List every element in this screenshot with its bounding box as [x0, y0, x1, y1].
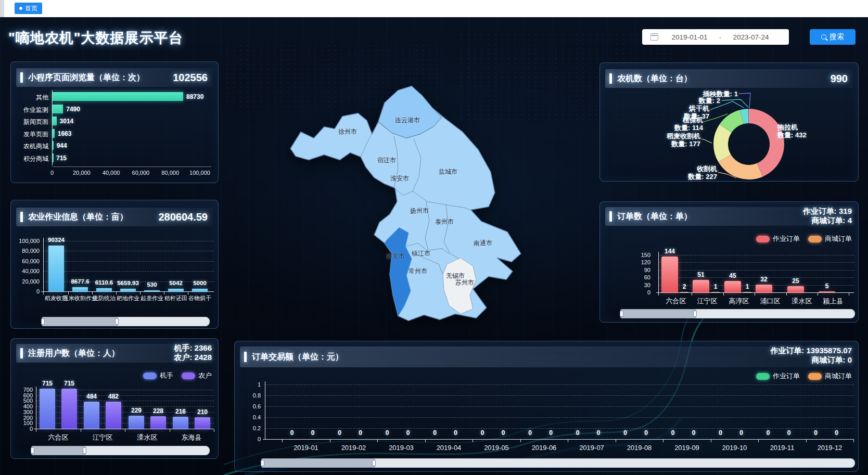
bar[interactable]: [195, 417, 210, 429]
bar[interactable]: [787, 286, 804, 292]
donut-segment-收割机[interactable]: [718, 155, 762, 179]
page-views-chart[interactable]: 其他88730作业监测7490新闻页面3014发单页面1663农机商城944积分…: [11, 62, 218, 183]
map-city-label[interactable]: 徐州市: [338, 127, 357, 136]
date-range-picker[interactable]: 2019-01-01 - 2023-07-24: [642, 29, 789, 45]
bar[interactable]: [84, 402, 99, 429]
legend-item[interactable]: 机手: [143, 371, 173, 380]
datazoom-handle-right[interactable]: [83, 447, 86, 454]
x-axis-label: 2019-08: [627, 444, 652, 452]
panel-transactions: 订单交易额（单位：元） 作业订单: 13935875.07 商城订单: 0 作业…: [234, 341, 859, 472]
map-city-label[interactable]: 连云港市: [395, 116, 420, 125]
value-label: 715: [42, 380, 53, 387]
value-label: 0: [739, 429, 743, 437]
axis-tick: [425, 440, 426, 442]
bar[interactable]: [150, 416, 166, 429]
legend-item[interactable]: 商城订单: [808, 234, 852, 243]
bar[interactable]: [173, 417, 188, 429]
farm-work-chart[interactable]: 100,00080,00060,00040,00020,000090324稻麦收…: [11, 200, 218, 328]
donut-svg[interactable]: [600, 63, 858, 181]
x-axis-label: 2019-07: [579, 444, 604, 452]
datazoom-slider[interactable]: [261, 458, 855, 468]
axis-tick: [692, 293, 692, 296]
bar[interactable]: [144, 290, 160, 291]
datazoom-handle-left[interactable]: [41, 318, 45, 325]
axis-tick: [125, 429, 125, 432]
bar[interactable]: [693, 280, 709, 292]
map-city-label[interactable]: 盐城市: [439, 168, 457, 176]
bar[interactable]: [52, 105, 63, 113]
axis-tick-label: 0: [235, 436, 261, 442]
axis-tick-label: 60,000: [11, 258, 40, 264]
bar[interactable]: [711, 292, 720, 293]
datazoom-slider[interactable]: [31, 446, 210, 455]
datazoom-handle-right[interactable]: [115, 318, 119, 325]
bar[interactable]: [192, 289, 208, 291]
map-city-label[interactable]: 扬州市: [410, 207, 429, 215]
bar[interactable]: [129, 416, 144, 429]
datazoom-handle-left[interactable]: [620, 311, 623, 317]
map-city-label[interactable]: 南京市: [386, 252, 405, 261]
value-label: 0: [671, 429, 675, 437]
bar[interactable]: [756, 285, 772, 292]
datazoom-handle-right[interactable]: [693, 311, 697, 317]
map-city-label[interactable]: 镇江市: [412, 249, 430, 258]
bar[interactable]: [743, 292, 751, 293]
datazoom-slider[interactable]: [41, 317, 210, 326]
bar[interactable]: [96, 288, 112, 291]
bar[interactable]: [40, 389, 55, 429]
map-city-label[interactable]: 南通市: [474, 239, 492, 248]
bar[interactable]: [48, 246, 64, 291]
bar[interactable]: [106, 402, 121, 429]
map-city-label[interactable]: 常州市: [409, 267, 427, 276]
bar[interactable]: [819, 291, 835, 292]
axis-tick-label: 100,000: [185, 170, 214, 176]
users-legend: 机手农户: [143, 371, 212, 380]
x-axis-label: 2019-12: [818, 444, 843, 452]
tab-home[interactable]: 首页: [15, 3, 42, 14]
machines-donut-chart[interactable]: 拖拉机数量: 432收割机数量: 227稻麦收割机数量: 177植保机数量: 1…: [600, 63, 858, 181]
axis-tick: [818, 293, 818, 296]
bar[interactable]: [680, 292, 688, 293]
date-end-input[interactable]: 2023-07-24: [727, 33, 775, 41]
map-city-label[interactable]: 淮安市: [390, 174, 409, 183]
transactions-chart[interactable]: 10.80.60.40.202019-01002019-02002019-030…: [235, 341, 858, 471]
datazoom-handle-left[interactable]: [261, 460, 264, 466]
datazoom-selection[interactable]: [261, 458, 375, 468]
datazoom-selection[interactable]: [42, 317, 118, 326]
axis-tick-label: 0: [37, 170, 67, 176]
datazoom-handle-left[interactable]: [31, 447, 34, 454]
map-city-label[interactable]: 泰州市: [435, 217, 454, 226]
legend-label: 机手: [160, 371, 173, 380]
search-button[interactable]: 搜索: [810, 29, 856, 45]
browser-tab-bar: 首页: [0, 0, 868, 18]
bar[interactable]: [724, 281, 741, 292]
map-city-label[interactable]: 宿迁市: [377, 156, 396, 165]
page-title: "嘀地农机"大数据展示平台: [8, 29, 183, 47]
legend-item[interactable]: 作业订单: [756, 371, 800, 381]
legend-item[interactable]: 农户: [182, 371, 212, 380]
axis-tick-label: 100,000: [11, 238, 40, 244]
bar[interactable]: [52, 92, 183, 101]
bar[interactable]: [72, 287, 88, 291]
datazoom-handle-right[interactable]: [372, 460, 376, 466]
value-label: 0: [386, 429, 389, 437]
axis-tick-label: 0: [600, 289, 650, 296]
bar[interactable]: [168, 289, 184, 291]
bar[interactable]: [661, 256, 678, 292]
category-label: 积分商城: [17, 155, 48, 163]
legend-item[interactable]: 商城订单: [808, 371, 852, 381]
bar[interactable]: [120, 289, 136, 291]
datazoom-selection[interactable]: [620, 309, 696, 318]
value-label: 229: [131, 407, 142, 414]
panel-stats: 作业订单: 319 商城订单: 4: [803, 207, 852, 225]
legend-item[interactable]: 作业订单: [756, 234, 800, 243]
map-city-label[interactable]: 苏州市: [455, 278, 474, 287]
value-label: 0: [406, 429, 410, 437]
axis-tick-label: 80,000: [156, 170, 185, 176]
date-start-input[interactable]: 2019-01-01: [666, 33, 713, 41]
bar[interactable]: [61, 389, 77, 429]
bar[interactable]: [52, 117, 57, 125]
datazoom-slider[interactable]: [620, 309, 855, 318]
datazoom-selection[interactable]: [31, 446, 86, 455]
category-label: 溧水区: [137, 433, 158, 442]
